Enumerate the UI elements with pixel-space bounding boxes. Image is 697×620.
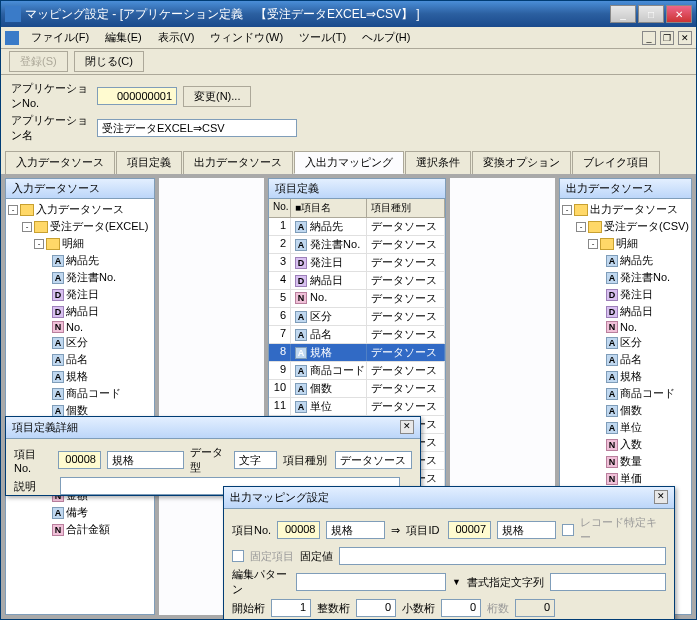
dec-digit-label: 小数桁	[402, 601, 435, 616]
tab-convert-opt[interactable]: 変換オプション	[472, 151, 571, 174]
input-panel: 入力データソース - 入力データソース- 受注データ(EXCEL)- 明細A 納…	[5, 178, 155, 615]
record-key-label: レコード特定キー	[580, 515, 666, 545]
map-name: 規格	[326, 521, 385, 539]
grid-row[interactable]: 4D 納品日データソース	[269, 272, 445, 290]
tab-output-ds[interactable]: 出力データソース	[183, 151, 293, 174]
input-tree[interactable]: - 入力データソース- 受注データ(EXCEL)- 明細A 納品先A 発注書No…	[6, 199, 154, 614]
tree-field[interactable]: D 納品日	[8, 303, 152, 320]
tree-field[interactable]: A 区分	[562, 334, 689, 351]
maximize-button[interactable]: □	[638, 5, 664, 23]
toolbar: 登録(S) 閉じる(C)	[1, 49, 696, 75]
pattern-combo[interactable]	[296, 573, 446, 591]
menu-tool[interactable]: ツール(T)	[291, 28, 354, 47]
minimize-button[interactable]: _	[610, 5, 636, 23]
tree-field[interactable]: A 品名	[562, 351, 689, 368]
doc-icon	[5, 31, 19, 45]
start-digit[interactable]: 1	[271, 599, 311, 617]
mdi-minimize[interactable]: _	[642, 31, 656, 45]
app-name-field[interactable]: 受注データEXCEL⇒CSV	[97, 119, 297, 137]
tree-field[interactable]: A 備考	[8, 504, 152, 521]
menubar: ファイル(F) 編集(E) 表示(V) ウィンドウ(W) ツール(T) ヘルプ(…	[1, 27, 696, 49]
grid-row[interactable]: 2A 発注書No.データソース	[269, 236, 445, 254]
tab-item-def[interactable]: 項目定義	[116, 151, 182, 174]
map-id: 00007	[448, 521, 491, 539]
tree-field[interactable]: D 発注日	[562, 286, 689, 303]
close-button[interactable]: ✕	[666, 5, 692, 23]
tab-break-item[interactable]: ブレイク項目	[572, 151, 660, 174]
col-type[interactable]: 項目種別	[367, 199, 445, 217]
tree-field[interactable]: A 品名	[8, 351, 152, 368]
int-digit-label: 整数桁	[317, 601, 350, 616]
pattern-label: 編集パターン	[232, 567, 290, 597]
grid-row[interactable]: 7A 品名データソース	[269, 326, 445, 344]
detail-close[interactable]: ✕	[400, 420, 414, 434]
tab-mapping[interactable]: 入出力マッピング	[294, 151, 404, 174]
tree-field[interactable]: A 発注書No.	[562, 269, 689, 286]
tree-field[interactable]: A 規格	[8, 368, 152, 385]
grid-row[interactable]: 5N No.データソース	[269, 290, 445, 308]
grid-row[interactable]: 11A 単位データソース	[269, 398, 445, 416]
tree-field[interactable]: A 個数	[562, 402, 689, 419]
grid-row[interactable]: 6A 区分データソース	[269, 308, 445, 326]
mapping-dialog[interactable]: 出力マッピング設定 ✕ 項目No. 00008 規格 ⇒ 項目ID 00007 …	[223, 486, 675, 619]
detail-no-label: 項目No.	[14, 447, 52, 474]
tree-field[interactable]: A 商品コード	[562, 385, 689, 402]
tab-select-cond[interactable]: 選択条件	[405, 151, 471, 174]
app-no-field[interactable]: 000000001	[97, 87, 177, 105]
tree-field[interactable]: A 発注書No.	[8, 269, 152, 286]
mdi-restore[interactable]: ❐	[660, 31, 674, 45]
start-digit-label: 開始桁	[232, 601, 265, 616]
close-doc-button[interactable]: 閉じる(C)	[74, 51, 144, 72]
change-button[interactable]: 変更(N)...	[183, 86, 251, 107]
tree-field[interactable]: A 単位	[562, 419, 689, 436]
tree-field[interactable]: D 納品日	[562, 303, 689, 320]
detail-dialog[interactable]: 項目定義詳細 ✕ 項目No. 00008 規格 データ型 文字 項目種別 データ…	[5, 416, 421, 496]
digits-label: 桁数	[487, 601, 509, 616]
tree-field[interactable]: A 納品先	[8, 252, 152, 269]
record-key-check[interactable]	[562, 524, 574, 536]
map-id-label: 項目ID	[406, 523, 441, 538]
menu-file[interactable]: ファイル(F)	[23, 28, 97, 47]
tree-field[interactable]: N 入数	[562, 436, 689, 453]
format-field[interactable]	[550, 573, 666, 591]
map-id-name: 規格	[497, 521, 556, 539]
detail-dtype-label: データ型	[190, 445, 228, 475]
arrow-icon: ⇒	[391, 524, 400, 537]
menu-help[interactable]: ヘルプ(H)	[354, 28, 418, 47]
mdi-close[interactable]: ✕	[678, 31, 692, 45]
tree-field[interactable]: N 単価	[562, 470, 689, 487]
tree-field[interactable]: N 合計金額	[8, 521, 152, 538]
menu-window[interactable]: ウィンドウ(W)	[202, 28, 291, 47]
grid-row[interactable]: 1A 納品先データソース	[269, 218, 445, 236]
grid-row[interactable]: 10A 個数データソース	[269, 380, 445, 398]
detail-dtype: 文字	[234, 451, 277, 469]
tree-field[interactable]: N No.	[8, 320, 152, 334]
grid-row[interactable]: 8A 規格データソース	[269, 344, 445, 362]
register-button[interactable]: 登録(S)	[9, 51, 68, 72]
tree-field[interactable]: D 発注日	[8, 286, 152, 303]
menu-view[interactable]: 表示(V)	[150, 28, 203, 47]
detail-desc-label: 説明	[14, 479, 54, 494]
menu-edit[interactable]: 編集(E)	[97, 28, 150, 47]
int-digit[interactable]: 0	[356, 599, 396, 617]
tree-field[interactable]: A 規格	[562, 368, 689, 385]
fixed-value-field[interactable]	[339, 547, 666, 565]
map-no: 00008	[277, 521, 320, 539]
tree-field[interactable]: N No.	[562, 320, 689, 334]
format-label: 書式指定文字列	[467, 575, 544, 590]
fixed-item-check[interactable]	[232, 550, 244, 562]
mapping-title: 出力マッピング設定	[230, 490, 329, 505]
tree-field[interactable]: N 数量	[562, 453, 689, 470]
col-no[interactable]: No.	[269, 199, 291, 217]
tree-field[interactable]: A 区分	[8, 334, 152, 351]
grid-row[interactable]: 3D 発注日データソース	[269, 254, 445, 272]
col-name[interactable]: ■項目名	[291, 199, 367, 217]
map-no-label: 項目No.	[232, 523, 271, 538]
tab-input-ds[interactable]: 入力データソース	[5, 151, 115, 174]
mapping-close[interactable]: ✕	[654, 490, 668, 504]
fixed-value-label: 固定値	[300, 549, 333, 564]
grid-row[interactable]: 9A 商品コードデータソース	[269, 362, 445, 380]
dec-digit[interactable]: 0	[441, 599, 481, 617]
tree-field[interactable]: A 商品コード	[8, 385, 152, 402]
tree-field[interactable]: A 納品先	[562, 252, 689, 269]
